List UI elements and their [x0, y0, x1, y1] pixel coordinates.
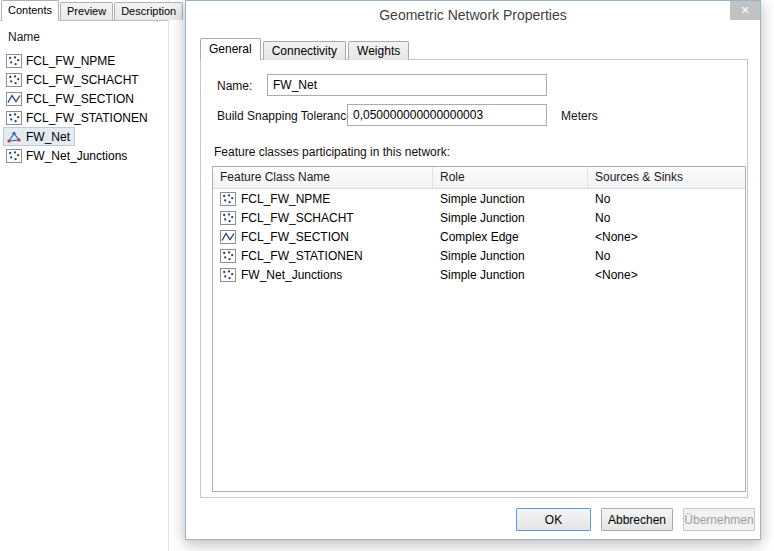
dialog-titlebar[interactable]: Geometric Network Properties ✕ — [186, 1, 760, 31]
feature-class-name: FCL_FW_NPME — [241, 192, 330, 206]
geometric-network-icon — [6, 130, 22, 144]
general-tab-panel: Name: Build Snapping Tolerance: Meters F… — [200, 59, 748, 498]
snapping-tolerance-label: Build Snapping Tolerance: — [217, 109, 356, 123]
point-feature-class-icon — [220, 192, 236, 206]
point-feature-class-icon — [6, 111, 22, 125]
snapping-tolerance-input[interactable] — [347, 104, 547, 126]
ok-button[interactable]: OK — [516, 508, 591, 531]
table-row[interactable]: FCL_FW_NPME Simple Junction No — [213, 189, 745, 208]
role-cell: Complex Edge — [433, 230, 588, 244]
tolerance-unit-label: Meters — [561, 109, 598, 123]
table-row[interactable]: FCL_FW_STATIONEN Simple Junction No — [213, 246, 745, 265]
point-feature-class-icon — [220, 268, 236, 282]
dialog-tab-strip: General Connectivity Weights — [200, 38, 411, 60]
role-cell: Simple Junction — [433, 192, 588, 206]
role-cell: Simple Junction — [433, 211, 588, 225]
tab-description[interactable]: Description — [114, 2, 183, 20]
tab-weights[interactable]: Weights — [348, 41, 409, 60]
feature-class-name: FW_Net_Junctions — [241, 268, 342, 282]
name-column-header: Name — [0, 21, 168, 51]
cancel-button[interactable]: Abbrechen — [601, 508, 673, 531]
list-item-label: FCL_FW_NPME — [26, 54, 115, 68]
feature-class-name: FCL_FW_STATIONEN — [241, 249, 363, 263]
tab-contents[interactable]: Contents — [1, 0, 59, 21]
apply-button: Übernehmen — [683, 508, 755, 531]
list-item-label: FCL_FW_STATIONEN — [26, 111, 148, 125]
catalog-item-list: FCL_FW_NPME FCL_FW_SCHACHT FCL_FW_SECTIO… — [0, 51, 168, 165]
sources-sinks-cell: No — [588, 192, 745, 206]
catalog-tree-panel: Contents Preview Description Name FCL_FW… — [0, 0, 169, 551]
name-field-label: Name: — [217, 79, 252, 93]
geometric-network-properties-dialog: Geometric Network Properties ✕ General C… — [185, 0, 761, 540]
point-feature-class-icon — [6, 54, 22, 68]
list-item-label: FW_Net — [26, 130, 70, 144]
dialog-title: Geometric Network Properties — [186, 1, 760, 29]
feature-class-name: FCL_FW_SECTION — [241, 230, 349, 244]
list-item-fcl-fw-npme[interactable]: FCL_FW_NPME — [3, 51, 120, 70]
table-row[interactable]: FCL_FW_SCHACHT Simple Junction No — [213, 208, 745, 227]
sources-sinks-cell: <None> — [588, 230, 745, 244]
tab-preview[interactable]: Preview — [60, 2, 113, 20]
line-feature-class-icon — [220, 230, 236, 244]
feature-class-name-cell: FCL_FW_STATIONEN — [213, 249, 433, 263]
sources-sinks-cell: No — [588, 211, 745, 225]
column-header-sources-sinks[interactable]: Sources & Sinks — [588, 167, 745, 188]
tab-general[interactable]: General — [200, 38, 261, 60]
sources-sinks-cell: <None> — [588, 268, 745, 282]
table-row[interactable]: FCL_FW_SECTION Complex Edge <None> — [213, 227, 745, 246]
feature-class-name-cell: FCL_FW_SCHACHT — [213, 211, 433, 225]
network-name-input[interactable] — [267, 74, 547, 96]
point-feature-class-icon — [220, 249, 236, 263]
role-cell: Simple Junction — [433, 268, 588, 282]
tab-connectivity[interactable]: Connectivity — [263, 41, 346, 60]
list-item-label: FCL_FW_SECTION — [26, 92, 134, 106]
sources-sinks-cell: No — [588, 249, 745, 263]
list-item-label: FCL_FW_SCHACHT — [26, 73, 139, 87]
line-feature-class-icon — [6, 92, 22, 106]
point-feature-class-icon — [6, 73, 22, 87]
point-feature-class-icon — [6, 149, 22, 163]
table-header: Feature Class Name Role Sources & Sinks — [213, 167, 745, 189]
column-header-role[interactable]: Role — [433, 167, 588, 188]
list-item-fw-net-junctions[interactable]: FW_Net_Junctions — [3, 146, 132, 165]
list-item-label: FW_Net_Junctions — [26, 149, 127, 163]
list-item-fcl-fw-stationen[interactable]: FCL_FW_STATIONEN — [3, 108, 153, 127]
close-icon[interactable]: ✕ — [730, 1, 760, 20]
feature-class-name: FCL_FW_SCHACHT — [241, 211, 354, 225]
column-header-feature-class-name[interactable]: Feature Class Name — [213, 167, 433, 188]
arccatalog-window: Contents Preview Description Name FCL_FW… — [0, 0, 774, 551]
feature-class-table: Feature Class Name Role Sources & Sinks … — [212, 166, 746, 492]
feature-class-name-cell: FW_Net_Junctions — [213, 268, 433, 282]
dialog-button-row: OK Abbrechen Übernehmen — [186, 508, 755, 531]
catalog-tab-strip: Contents Preview Description — [0, 0, 168, 21]
list-item-fcl-fw-section[interactable]: FCL_FW_SECTION — [3, 89, 139, 108]
feature-class-name-cell: FCL_FW_SECTION — [213, 230, 433, 244]
role-cell: Simple Junction — [433, 249, 588, 263]
list-item-fw-net[interactable]: FW_Net — [3, 127, 75, 146]
point-feature-class-icon — [220, 211, 236, 225]
feature-classes-caption: Feature classes participating in this ne… — [214, 145, 450, 159]
feature-class-name-cell: FCL_FW_NPME — [213, 192, 433, 206]
list-item-fcl-fw-schacht[interactable]: FCL_FW_SCHACHT — [3, 70, 144, 89]
table-row[interactable]: FW_Net_Junctions Simple Junction <None> — [213, 265, 745, 284]
